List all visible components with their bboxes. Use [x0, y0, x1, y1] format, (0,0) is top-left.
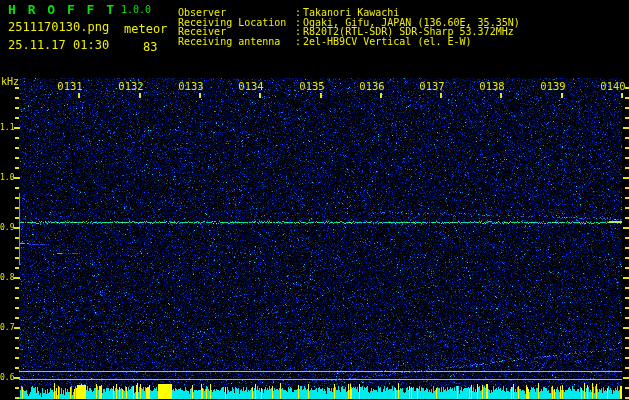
x-axis-tick-label: 0135 — [297, 80, 327, 92]
record-datetime: 25.11.17 01:30 — [8, 38, 109, 52]
y-axis-tick-label: 0.9 — [0, 223, 14, 232]
app-title: H R O F F T — [8, 2, 116, 17]
x-axis-tick-label: 0133 — [176, 80, 206, 92]
y-axis-tick-label: 1.0 — [0, 173, 14, 182]
x-axis-tick-label: 0140 — [598, 80, 628, 92]
x-axis-tick-label: 0138 — [477, 80, 507, 92]
x-axis-tick-label: 0137 — [417, 80, 447, 92]
hrofft-screenshot: H R O F F T 1.0.0 2511170130.png meteor … — [0, 0, 629, 400]
y-axis-tick-label: 0.8 — [0, 273, 14, 282]
app-version: 1.0.0 — [121, 4, 151, 15]
info-label: Receiving antenna — [178, 37, 295, 47]
x-axis-tick-label: 0134 — [236, 80, 266, 92]
echo-count: 83 — [143, 40, 157, 54]
mode-label: meteor — [124, 22, 167, 36]
x-axis-tick-label: 0136 — [357, 80, 387, 92]
spectrogram-canvas — [0, 0, 629, 400]
info-colon: : — [295, 37, 303, 47]
info-value: 2el-HB9CV Vertical (el. E-W) — [303, 36, 472, 47]
output-filename: 2511170130.png — [8, 20, 109, 34]
y-axis-unit-label: kHz — [1, 76, 19, 87]
y-axis-tick-label: 1.1 — [0, 123, 14, 132]
y-axis-tick-label: 0.7 — [0, 323, 14, 332]
info-row-antenna: Receiving antenna:2el-HB9CV Vertical (el… — [178, 37, 472, 47]
x-axis-tick-label: 0132 — [116, 80, 146, 92]
y-axis-tick-label: 0.6 — [0, 373, 14, 382]
x-axis-tick-label: 0131 — [55, 80, 85, 92]
x-axis-tick-label: 0139 — [538, 80, 568, 92]
